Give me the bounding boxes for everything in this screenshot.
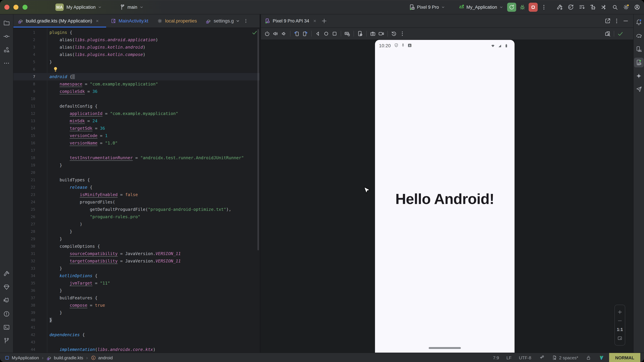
vim-mode-badge[interactable]: NORMAL	[609, 353, 640, 362]
back-button[interactable]	[314, 29, 322, 38]
kebab-button[interactable]	[612, 16, 621, 25]
zoom-window-button[interactable]	[22, 5, 28, 10]
line-number[interactable]: 39	[14, 309, 35, 317]
line-number[interactable]: 29	[14, 235, 35, 243]
debug-button[interactable]	[518, 3, 527, 12]
device-tab[interactable]: Pixel 9 Pro API 34	[264, 18, 317, 24]
line-number[interactable]: 16	[14, 139, 35, 147]
line-number[interactable]: 22	[14, 184, 35, 191]
rotate-left-button[interactable]	[292, 29, 301, 38]
line-number[interactable]: 13	[14, 117, 35, 125]
device-settings-button[interactable]	[356, 29, 364, 38]
home-button[interactable]	[322, 29, 330, 38]
editor-tab-local-properties[interactable]: local.properties	[152, 14, 201, 27]
line-number[interactable]: 37	[14, 294, 35, 302]
fit-screen-button[interactable]	[615, 334, 625, 343]
line-number[interactable]: 2	[14, 36, 35, 43]
apply-changes-button[interactable]: A	[566, 3, 575, 12]
screenshot-button[interactable]	[368, 29, 377, 38]
line-number[interactable]: 12	[14, 110, 35, 117]
caret-position-widget[interactable]: 7:9	[493, 355, 499, 361]
running-devices-button[interactable]	[634, 58, 644, 67]
kebab-button[interactable]	[398, 29, 406, 38]
gemini-sparkle-button[interactable]	[634, 71, 644, 81]
line-number[interactable]: 3	[14, 43, 35, 51]
vcs-branch-widget[interactable]: main	[119, 4, 146, 11]
indent-widget[interactable]: 2 spaces*	[552, 355, 578, 361]
open-new-window-button[interactable]	[603, 16, 612, 25]
navigation-handle[interactable]	[429, 347, 461, 349]
line-number[interactable]: 33	[14, 265, 35, 272]
line-number[interactable]: 34	[14, 272, 35, 280]
editor-tab-mainactivity-kt[interactable]: MainActivity.kt	[106, 14, 152, 27]
account-button[interactable]	[632, 3, 642, 12]
git-branch-button[interactable]	[2, 336, 12, 346]
breadcrumb-build.gradle.kts[interactable]: build.gradle.kts	[46, 355, 83, 361]
line-number[interactable]: 26	[14, 213, 35, 221]
line-number[interactable]: 41	[14, 324, 35, 331]
line-number[interactable]: 44	[14, 346, 35, 353]
line-number[interactable]: 31	[14, 250, 35, 257]
run-configuration-selector[interactable]: My_Application	[458, 4, 506, 11]
check-button[interactable]	[616, 29, 624, 38]
line-number[interactable]: 43	[14, 339, 35, 346]
line-separator-widget[interactable]: LF	[506, 355, 512, 361]
more-button[interactable]	[2, 58, 12, 68]
line-number[interactable]: 20	[14, 169, 35, 176]
line-number[interactable]: 21	[14, 176, 35, 184]
rotate-right-button[interactable]	[301, 29, 309, 38]
minimize-button[interactable]	[621, 16, 630, 25]
build-hammer-button[interactable]	[2, 269, 12, 279]
line-number[interactable]: 9	[14, 88, 35, 95]
build-button[interactable]	[555, 3, 564, 12]
notifications-bell-button[interactable]	[634, 17, 644, 27]
logcat-cat-button[interactable]	[2, 296, 12, 305]
close-icon[interactable]	[312, 19, 317, 23]
airplane-button[interactable]	[634, 84, 644, 94]
emulator-screen[interactable]: 10:20 A Hello Android!	[375, 40, 514, 353]
volume-up-button[interactable]	[271, 29, 280, 38]
line-number[interactable]: 4	[14, 51, 35, 58]
code-editor[interactable]: 1plugins {2 alias(libs.plugins.android.a…	[14, 28, 260, 353]
vim-widget[interactable]	[599, 355, 604, 361]
power-button[interactable]	[263, 29, 271, 38]
zoom-out-button[interactable]	[615, 317, 625, 325]
line-number[interactable]: 27	[14, 221, 35, 228]
breadcrumb-myapplication[interactable]: MyApplication	[4, 355, 39, 361]
line-number[interactable]: 6	[14, 66, 35, 73]
kebab-button[interactable]	[242, 17, 250, 25]
device-selector[interactable]: Pixel 9 Pro	[408, 4, 447, 11]
line-number[interactable]: 23	[14, 191, 35, 198]
line-number[interactable]: 1	[14, 29, 35, 36]
line-number[interactable]: 18	[14, 154, 35, 162]
terminal-button[interactable]	[2, 323, 12, 332]
commit-button[interactable]	[2, 31, 12, 41]
record-button[interactable]	[377, 29, 386, 38]
chevron-down-button[interactable]	[234, 17, 242, 25]
structure-button[interactable]	[2, 45, 12, 55]
close-icon[interactable]	[95, 19, 100, 23]
device-manager-button[interactable]	[634, 44, 644, 54]
close-window-button[interactable]	[4, 5, 10, 10]
line-number[interactable]: 15	[14, 132, 35, 139]
line-number[interactable]: 36	[14, 287, 35, 294]
editor-scrollbar[interactable]	[258, 29, 259, 250]
line-number[interactable]: 17	[14, 147, 35, 154]
line-number[interactable]: 11	[14, 103, 35, 110]
problems-button[interactable]	[2, 309, 12, 319]
inspections-widget[interactable]	[252, 29, 258, 36]
more-actions-button[interactable]	[539, 3, 548, 12]
line-number[interactable]: 38	[14, 302, 35, 309]
editor-tab-build-gradle-kts-my-application[interactable]: build.gradle.kts (My Application)	[14, 14, 106, 27]
actual-size-button[interactable]: 1:1	[615, 325, 625, 334]
restart-button[interactable]	[390, 29, 398, 38]
readonly-widget[interactable]	[586, 355, 591, 361]
keyboard-button[interactable]	[343, 29, 352, 38]
encoding-widget[interactable]: UTF-8	[519, 355, 531, 361]
line-number[interactable]: 28	[14, 228, 35, 235]
line-number[interactable]: 8	[14, 80, 35, 88]
zoom-in-button[interactable]	[615, 308, 625, 317]
minimize-window-button[interactable]	[14, 5, 18, 10]
gem-button[interactable]	[2, 282, 12, 292]
sync-button[interactable]	[600, 3, 608, 12]
